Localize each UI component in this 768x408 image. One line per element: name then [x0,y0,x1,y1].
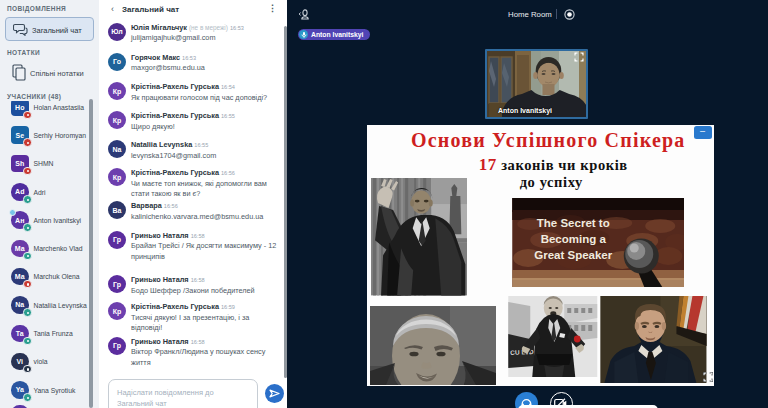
svg-text:The Secret to: The Secret to [536,217,609,229]
svg-text:Becoming a: Becoming a [540,233,606,245]
svg-text:Great Speaker: Great Speaker [534,249,613,261]
